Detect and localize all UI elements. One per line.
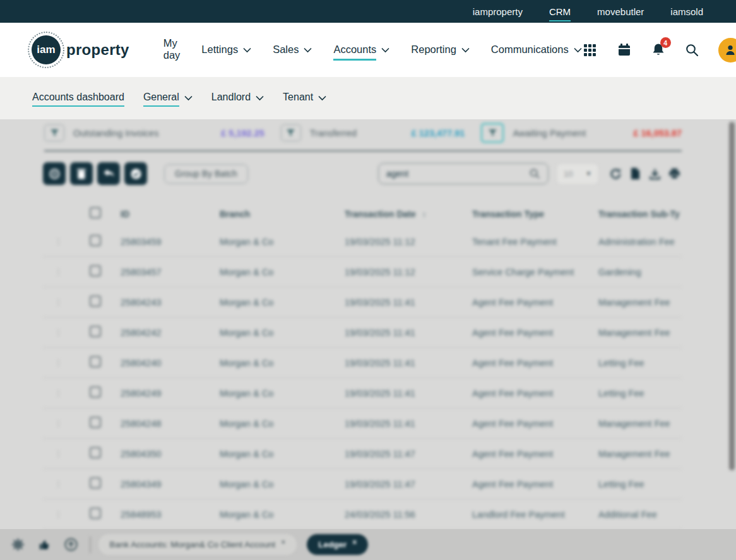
tab-bank-accounts[interactable]: Bank Accounts: Morgan& Co Client Account… [98,534,297,555]
confirm-button[interactable] [124,162,147,185]
row-checkbox[interactable] [90,295,101,307]
row-drag-dots[interactable]: ⋮ [43,419,82,428]
col-header-id[interactable]: ID [109,209,208,219]
print-icon[interactable] [667,166,682,181]
apps-grid-icon[interactable] [582,42,598,58]
nav-item-accounts[interactable]: Accounts [333,44,389,57]
table-header-row: ID Branch Transaction Date↑ Transaction … [43,201,682,227]
table-row[interactable]: ⋮ 25804240 Morgan & Co 19/03/2025 11:41 … [43,348,682,378]
row-drag-dots[interactable]: ⋮ [43,297,82,307]
main-nav: My day Lettings Sales Accounts Reporting… [163,37,582,63]
logo-circle: iam [32,35,61,64]
subnav-general[interactable]: General [143,92,193,105]
delete-button[interactable] [70,162,93,185]
target-button[interactable] [43,162,66,185]
thumbs-up-icon[interactable] [35,536,53,554]
page-size-select[interactable]: 10 ▼ [557,164,598,184]
row-checkbox[interactable] [90,386,101,398]
table-row[interactable]: ⋮ 25803459 Morgan & Co 19/03/2025 11:12 … [43,227,682,257]
group-by-batch-button[interactable]: Group By Batch [164,164,248,184]
refresh-icon[interactable] [608,166,623,181]
row-checkbox[interactable] [90,326,101,337]
top-link-crm[interactable]: CRM [549,6,571,17]
cell-transaction-date: 24/03/2025 11:56 [333,509,461,520]
subnav-accounts-dashboard[interactable]: Accounts dashboard [32,92,124,105]
subnav-tenant[interactable]: Tenant [283,92,326,105]
row-checkbox[interactable] [90,477,101,489]
logo-wordmark: property [66,41,129,59]
table-row[interactable]: ⋮ 25804243 Morgan & Co 19/03/2025 11:41 … [43,287,682,318]
cell-transaction-date: 19/03/2025 11:41 [333,419,461,429]
col-header-transaction-subtype[interactable]: Transaction Sub-Ty [587,209,682,219]
top-link-iamproperty[interactable]: iamproperty [473,6,523,17]
col-header-transaction-type[interactable]: Transaction Type [461,209,587,219]
sort-asc-icon: ↑ [422,210,427,219]
table-row[interactable]: ⋮ 25804350 Morgan & Co 19/03/2025 11:47 … [43,439,682,469]
filter-button-active[interactable] [481,123,504,143]
table-row[interactable]: ⋮ 25848953 Morgan & Co 24/03/2025 11:56 … [43,499,682,529]
nav-item-reporting[interactable]: Reporting [411,44,470,57]
row-drag-dots[interactable]: ⋮ [43,267,82,277]
top-link-movebutler[interactable]: movebutler [597,6,644,17]
table-row[interactable]: ⋮ 25804248 Morgan & Co 19/03/2025 11:41 … [43,408,682,439]
table-row[interactable]: ⋮ 25804249 Morgan & Co 19/03/2025 11:41 … [43,378,682,408]
calendar-icon[interactable] [616,42,632,58]
table-row[interactable]: ⋮ 25804242 Morgan & Co 19/03/2025 11:41 … [43,318,682,348]
close-icon[interactable]: × [352,538,357,547]
col-header-branch[interactable]: Branch [208,209,333,219]
undo-button[interactable] [97,162,120,185]
select-all-checkbox[interactable] [90,207,101,218]
table-search-input[interactable] [386,169,529,179]
trash-icon [76,168,87,180]
row-checkbox[interactable] [90,447,101,458]
filter-button[interactable] [44,124,64,141]
cell-transaction-date: 19/03/2025 11:12 [333,267,461,277]
cell-transaction-date: 19/03/2025 11:47 [333,479,461,489]
tab-ledger[interactable]: Ledger × [307,534,368,555]
row-drag-dots[interactable]: ⋮ [43,479,82,489]
cell-branch: Morgan & Co [208,419,333,429]
nav-item-communications[interactable]: Communications [491,44,582,57]
subnav-landlord[interactable]: Landlord [211,92,264,105]
row-drag-dots[interactable]: ⋮ [43,237,82,246]
cell-branch: Morgan & Co [208,297,333,307]
nav-item-sales[interactable]: Sales [273,44,312,57]
filter-button[interactable] [281,124,301,141]
table-row[interactable]: ⋮ 25803457 Morgan & Co 19/03/2025 11:12 … [43,257,682,287]
row-drag-dots[interactable]: ⋮ [43,388,82,398]
row-checkbox[interactable] [90,508,101,519]
user-avatar[interactable] [718,38,736,63]
cell-transaction-date: 19/03/2025 11:41 [333,328,461,338]
close-icon[interactable]: × [281,538,285,547]
row-drag-dots[interactable]: ⋮ [43,509,82,519]
download-icon[interactable] [647,166,662,181]
row-drag-dots[interactable]: ⋮ [43,328,82,337]
top-link-iamsold[interactable]: iamsold [670,6,703,17]
cell-transaction-date: 19/03/2025 11:41 [333,297,461,307]
row-checkbox[interactable] [90,417,101,428]
undo-arrow-icon [102,169,115,179]
iamproperty-logo[interactable]: iam property [32,35,129,64]
upload-circle-icon[interactable] [62,536,80,554]
table-row[interactable]: ⋮ 25804349 Morgan & Co 19/03/2025 11:47 … [43,469,682,499]
row-checkbox[interactable] [90,356,101,367]
cell-branch: Morgan & Co [208,237,333,247]
cell-transaction-type: Agent Fee Payment [461,479,587,489]
notifications-bell-icon[interactable]: 4 [650,42,667,58]
nav-item-my-day[interactable]: My day [163,37,181,63]
row-drag-dots[interactable]: ⋮ [43,449,82,458]
search-icon[interactable] [529,168,540,179]
row-checkbox[interactable] [90,265,101,277]
person-icon [723,43,736,57]
cell-id: 25803459 [109,237,208,247]
summary-transferred: Transferred £ 123,477.91 [281,124,482,141]
row-checkbox[interactable] [90,235,101,246]
nav-item-lettings[interactable]: Lettings [201,44,251,57]
export-file-icon[interactable] [627,166,643,181]
vertical-scrollbar[interactable] [729,122,735,470]
cell-branch: Morgan & Co [208,267,333,277]
col-header-transaction-date[interactable]: Transaction Date↑ [333,209,461,219]
row-drag-dots[interactable]: ⋮ [43,358,82,367]
search-icon[interactable] [684,42,701,58]
gear-icon[interactable] [9,536,27,554]
